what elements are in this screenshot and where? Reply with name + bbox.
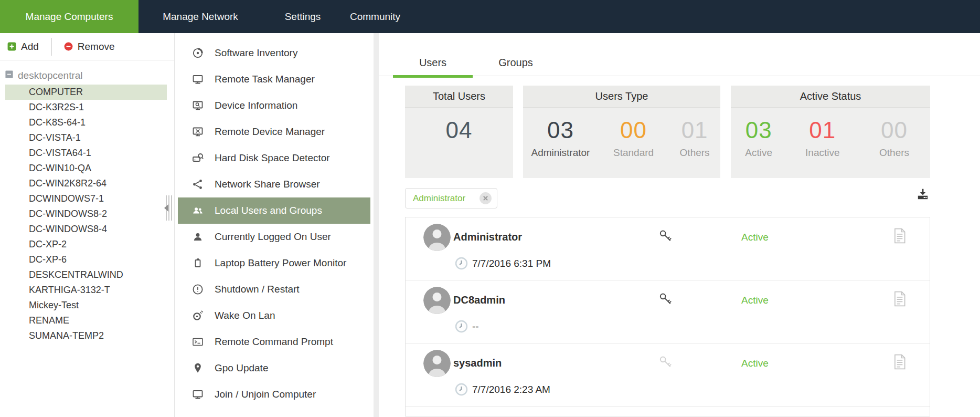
menu-item-software-inventory[interactable]: Software Inventory: [178, 40, 370, 66]
list-partial-row: [406, 406, 930, 415]
tree-item-dc-windows8-2[interactable]: DC-WINDOWS8-2: [5, 206, 167, 222]
user-row-dc8admin[interactable]: DC8adminActive--: [406, 280, 930, 343]
nav-tab-settings[interactable]: Settings: [278, 0, 328, 33]
stat-value: 01: [681, 118, 708, 142]
stat-label: Inactive: [805, 147, 839, 159]
user-avatar-icon: [423, 224, 451, 251]
tree-item-dc-win2k8r2-64[interactable]: DC-WIN2K8R2-64: [5, 176, 167, 191]
tree-item-computer[interactable]: COMPUTER: [5, 85, 167, 100]
user-status: Active: [741, 232, 769, 243]
menu-item-remote-device-manager[interactable]: Remote Device Manager: [178, 119, 370, 145]
close-icon[interactable]: [479, 192, 492, 205]
tree-item-dcwindows7-1[interactable]: DCWINDOWS7-1: [5, 191, 167, 206]
menu-item-label: Gpo Update: [215, 362, 268, 374]
menu-item-currently-logged-on-user[interactable]: Currently Logged On User: [178, 224, 370, 250]
desktop-central-window: Manage ComputersManage NetworkSettingsCo…: [0, 0, 980, 417]
tab-users[interactable]: Users: [393, 49, 473, 76]
tree-item-rename[interactable]: RENAME: [5, 313, 167, 328]
menu-item-remote-command-prompt[interactable]: Remote Command Prompt: [178, 329, 370, 355]
tree-item-dc-windows8-4[interactable]: DC-WINDOWS8-4: [5, 222, 167, 237]
tree-item-dc-xp-6[interactable]: DC-XP-6: [5, 252, 167, 267]
stat-label: Others: [680, 147, 710, 159]
add-button-label: Add: [21, 41, 39, 53]
stat-value: 00: [620, 118, 647, 142]
stat-administrator: 03Administrator: [523, 108, 598, 159]
stat-others: 00Others: [858, 108, 930, 159]
nav-tab-community[interactable]: Community: [343, 0, 408, 33]
tree-item-mickey-test[interactable]: Mickey-Test: [5, 298, 167, 313]
menu-item-network-share-browser[interactable]: Network Share Browser: [178, 171, 370, 197]
tree-item-dc-xp-2[interactable]: DC-XP-2: [5, 237, 167, 252]
tools-menu-scrollbar[interactable]: [374, 33, 379, 417]
add-button[interactable]: Add: [7, 41, 39, 53]
stat-value: 03: [745, 118, 772, 142]
filter-chip-label: Administrator: [413, 193, 479, 204]
remove-icon: [63, 41, 73, 51]
user-name: sysadmin: [453, 357, 502, 369]
power-alert-icon: [191, 283, 204, 296]
report-document-icon[interactable]: [893, 354, 907, 372]
monitor-tools-icon: [191, 126, 204, 138]
sidebar-toolbar: Add Remove: [0, 33, 174, 60]
user-list: AdministratorActive7/7/2016 6:31 PMDC8ad…: [405, 217, 930, 416]
menu-item-laptop-battery-power-monitor[interactable]: Laptop Battery Power Monitor: [178, 250, 370, 276]
menu-item-label: Remote Command Prompt: [215, 336, 333, 348]
nav-tab-label: Manage Network: [163, 11, 238, 23]
stat-value: 00: [881, 118, 908, 142]
computer-list: COMPUTERDC-K3R2S-1DC-K8S-64-1DC-VISTA-1D…: [0, 85, 174, 343]
tree-root-node[interactable]: desktopcentral: [0, 68, 174, 83]
menu-item-label: Local Users and Groups: [215, 205, 322, 216]
terminal-icon: [191, 336, 204, 348]
local-users-content: Users Groups Total Users 04 Users Type 0…: [379, 33, 980, 417]
total-users-card: Total Users 04: [405, 86, 513, 178]
tree-item-karthiga-3132-t[interactable]: KARTHIGA-3132-T: [5, 283, 167, 298]
tree-item-dc-vista64-1[interactable]: DC-VISTA64-1: [5, 145, 167, 161]
user-row-sysadmin[interactable]: sysadminActive7/7/2016 2:23 AM: [406, 343, 930, 406]
tab-groups[interactable]: Groups: [486, 49, 546, 76]
stat-active: 03Active: [731, 108, 786, 159]
user-status: Active: [741, 358, 769, 369]
nav-tab-manage-computers[interactable]: Manage Computers: [0, 0, 139, 33]
stat-others: 01Others: [669, 108, 720, 159]
tab-users-label: Users: [419, 57, 446, 69]
add-icon: [7, 41, 17, 51]
active-status-title: Active Status: [731, 86, 930, 108]
tree-item-dc-win10-qa[interactable]: DC-WIN10-QA: [5, 161, 167, 176]
tree-item-sumana-temp2[interactable]: SUMANA-TEMP2: [5, 328, 167, 343]
key-icon[interactable]: [657, 291, 674, 308]
pin-icon: [191, 362, 204, 374]
user-avatar-icon: [423, 287, 451, 314]
key-icon[interactable]: [657, 228, 674, 245]
export-button[interactable]: [916, 187, 930, 203]
menu-item-shutdown-restart[interactable]: Shutdown / Restart: [178, 276, 370, 303]
share-icon: [191, 178, 204, 191]
users-group-icon: [191, 204, 204, 217]
clock-icon: [455, 320, 468, 333]
menu-item-device-information[interactable]: Device Information: [178, 92, 370, 119]
menu-item-join-unjoin-computer[interactable]: Join / Unjoin Computer: [178, 381, 370, 408]
filter-chip-administrator[interactable]: Administrator: [405, 188, 497, 208]
menu-item-gpo-update[interactable]: Gpo Update: [178, 355, 370, 381]
user-status: Active: [741, 295, 769, 306]
nav-tab-manage-network[interactable]: Manage Network: [155, 0, 246, 33]
menu-item-local-users-and-groups[interactable]: Local Users and Groups: [178, 197, 370, 224]
menu-item-remote-task-manager[interactable]: Remote Task Manager: [178, 66, 370, 92]
clock-icon: [455, 257, 468, 270]
tree-item-dc-vista-1[interactable]: DC-VISTA-1: [5, 130, 167, 145]
tree-item-deskcentralwind[interactable]: DESKCENTRALWIND: [5, 267, 167, 283]
menu-item-hard-disk-space-detector[interactable]: Hard Disk Space Detector: [178, 145, 370, 171]
wake-icon: [191, 309, 204, 322]
report-document-icon[interactable]: [893, 228, 907, 246]
tree-item-dc-k8s-64-1[interactable]: DC-K8S-64-1: [5, 115, 167, 130]
menu-item-label: Network Share Browser: [215, 179, 320, 190]
menu-item-wake-on-lan[interactable]: Wake On Lan: [178, 303, 370, 329]
user-row-administrator[interactable]: AdministratorActive7/7/2016 6:31 PM: [406, 217, 930, 280]
remove-button[interactable]: Remove: [63, 41, 115, 53]
key-icon[interactable]: [657, 355, 674, 371]
user-name: DC8admin: [453, 294, 505, 306]
last-logon-time: 7/7/2016 2:23 AM: [472, 384, 550, 395]
tree-item-dc-k3r2s-1[interactable]: DC-K3R2S-1: [5, 100, 167, 115]
collapse-minus-icon[interactable]: [5, 70, 14, 81]
panel-collapse-handle[interactable]: [166, 195, 174, 221]
report-document-icon[interactable]: [893, 291, 907, 309]
